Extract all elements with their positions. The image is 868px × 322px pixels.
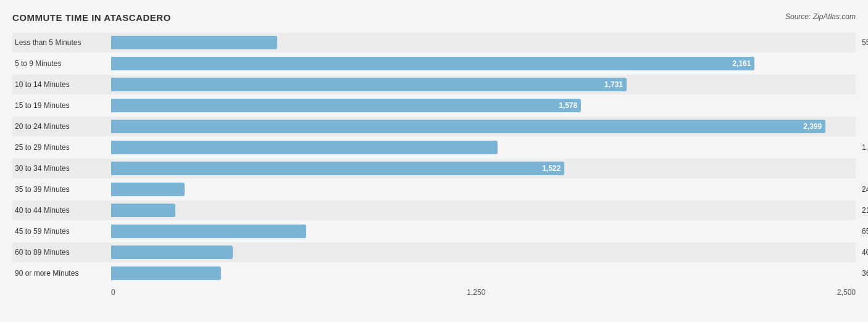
bar-row: Less than 5 Minutes557 [12, 33, 856, 52]
bar: 1,522 [111, 162, 564, 175]
bar-row: 60 to 89 Minutes409 [12, 242, 856, 262]
bar-label: 15 to 19 Minutes [12, 101, 111, 110]
bar-area: 1,297 [111, 139, 856, 156]
bar-area: 2,399 [111, 118, 856, 135]
bar-row: 5 to 9 Minutes2,161 [12, 54, 856, 73]
chart-title: COMMUTE TIME IN ATASCADERO [12, 12, 171, 23]
bar-label: 25 to 29 Minutes [12, 143, 111, 152]
bar-label: 5 to 9 Minutes [12, 59, 111, 68]
bar: 1,731 [111, 78, 627, 91]
bar-label: 35 to 39 Minutes [12, 185, 111, 194]
bar-label: Less than 5 Minutes [12, 38, 111, 47]
bar [111, 204, 175, 217]
bar-label: 30 to 34 Minutes [12, 164, 111, 173]
bar-row: 30 to 34 Minutes1,522 [12, 159, 856, 178]
chart-header: COMMUTE TIME IN ATASCADERO Source: ZipAt… [12, 12, 856, 23]
bar-row: 10 to 14 Minutes1,731 [12, 75, 856, 94]
bar-area: 557 [111, 34, 856, 51]
bar-area: 1,731 [111, 76, 856, 93]
chart-container: COMMUTE TIME IN ATASCADERO Source: ZipAt… [12, 12, 856, 297]
bar [111, 225, 306, 238]
bar-value: 2,161 [732, 59, 751, 68]
bar-value: 2,399 [803, 122, 822, 131]
bar-value: 1,731 [604, 80, 623, 89]
bar-label: 45 to 59 Minutes [12, 227, 111, 236]
bar-area: 1,522 [111, 160, 856, 177]
bar-value: 216 [859, 206, 868, 215]
x-axis-label: 0 [111, 288, 115, 297]
bar-area: 2,161 [111, 55, 856, 72]
bar [111, 266, 221, 280]
x-axis: 01,2502,500 [12, 288, 856, 297]
bar-row: 15 to 19 Minutes1,578 [12, 96, 856, 115]
bar: 2,161 [111, 57, 754, 70]
bar-area: 368 [111, 265, 856, 282]
bar-label: 40 to 44 Minutes [12, 206, 111, 215]
bar-area: 655 [111, 223, 856, 240]
bar [111, 141, 498, 154]
x-axis-label: 2,500 [837, 288, 856, 297]
x-axis-label: 1,250 [467, 288, 485, 297]
bar [111, 36, 277, 49]
bar-value: 1,297 [859, 143, 868, 152]
bar-area: 1,578 [111, 97, 856, 114]
bar-value: 368 [859, 269, 868, 278]
bar [111, 246, 233, 259]
bar-row: 45 to 59 Minutes655 [12, 221, 856, 241]
bar-row: 20 to 24 Minutes2,399 [12, 117, 856, 136]
bar-row: 90 or more Minutes368 [12, 263, 856, 283]
bar-row: 35 to 39 Minutes246 [12, 180, 856, 199]
bar-value: 1,522 [542, 164, 561, 173]
bar-row: 25 to 29 Minutes1,297 [12, 138, 856, 157]
chart-body: Less than 5 Minutes5575 to 9 Minutes2,16… [12, 33, 856, 283]
bar-value: 246 [859, 185, 868, 194]
bar-value: 557 [859, 38, 868, 47]
bar-label: 10 to 14 Minutes [12, 80, 111, 89]
bar: 1,578 [111, 99, 581, 112]
bar-area: 246 [111, 181, 856, 198]
bar-row: 40 to 44 Minutes216 [12, 200, 856, 220]
bar-area: 216 [111, 202, 856, 219]
bar-label: 60 to 89 Minutes [12, 248, 111, 257]
bar-label: 90 or more Minutes [12, 269, 111, 278]
bar: 2,399 [111, 120, 825, 133]
bar-area: 409 [111, 244, 856, 261]
bar-value: 1,578 [559, 101, 577, 110]
bar-label: 20 to 24 Minutes [12, 122, 111, 131]
x-axis-labels: 01,2502,500 [111, 288, 856, 297]
chart-source: Source: ZipAtlas.com [785, 12, 856, 21]
bar-value: 655 [859, 227, 868, 236]
bar [111, 183, 185, 196]
bar-value: 409 [859, 248, 868, 257]
